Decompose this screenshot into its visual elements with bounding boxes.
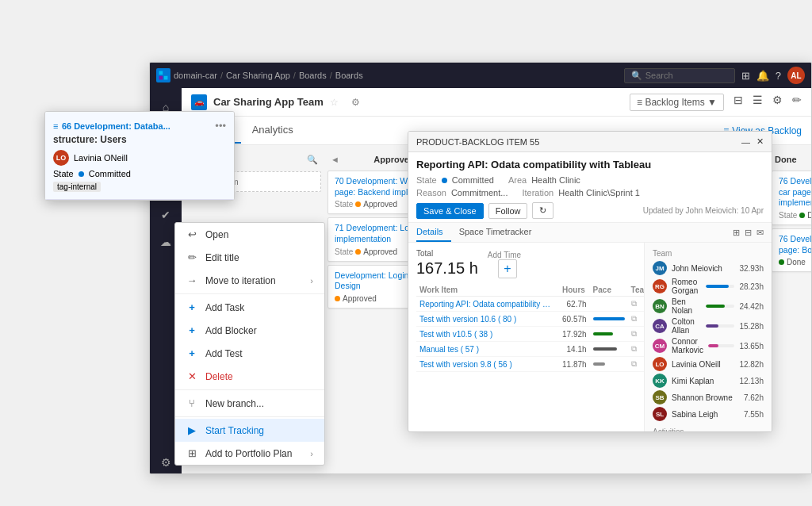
work-hours-4: 14.1h [559, 342, 590, 357]
hours-ben: 24.42h [739, 302, 764, 311]
copy-icon-5[interactable]: ⧉ [631, 359, 637, 368]
copy-icon-1[interactable]: ⧉ [631, 299, 637, 308]
edit-icon[interactable]: ✏ [792, 94, 802, 111]
top-bar-icons: ⊞ 🔔 ? AL [741, 67, 805, 84]
breadcrumb: domain-car / Car Sharing App / Boards / … [174, 71, 621, 80]
add-test-icon: + [186, 347, 197, 359]
tab-details[interactable]: Details [416, 223, 451, 242]
menu-open[interactable]: ↩ Open [175, 223, 324, 246]
card-76a-state: State Done [779, 211, 811, 220]
move-iteration-icon: → [186, 274, 197, 286]
avatar-romeo: RG [653, 279, 667, 293]
detail-meta-state: State Committed Area Health Clinic [408, 174, 772, 186]
svg-rect-2 [159, 76, 163, 80]
work-row-3[interactable]: Test with v10.5 ( 38 ) 17.92h ⧉ [416, 327, 645, 342]
work-row-5[interactable]: Test with version 9.8 ( 56 ) 11.87h ⧉ [416, 357, 645, 372]
team-settings-icon[interactable]: ⚙ [351, 97, 360, 108]
tab-analytics[interactable]: Analytics [241, 117, 304, 144]
search-box[interactable]: 🔍 [624, 68, 735, 83]
menu-add-task[interactable]: + Add Task [175, 296, 324, 319]
name-shannon: Shannon Browne [672, 393, 739, 402]
work-team-4: ⧉ [628, 342, 645, 357]
col-arrows-approved[interactable]: ◄ [331, 155, 339, 164]
project-icon: 🚗 [191, 94, 207, 110]
project-header: 🚗 Car Sharing App Team ☆ ⚙ ≡ Backlog Ite… [182, 88, 811, 117]
add-time-label: Add Time [488, 251, 521, 259]
svg-rect-0 [159, 71, 163, 75]
save-close-btn[interactable]: Save & Close [416, 203, 484, 219]
search-in-col-icon[interactable]: 🔍 [307, 155, 318, 165]
refresh-btn[interactable]: ↻ [532, 202, 553, 219]
activities-label: Activities [653, 427, 764, 431]
work-row-1[interactable]: Reporting API: Odata compatibility with … [416, 297, 645, 312]
work-row-2[interactable]: Test with version 10.6 ( 80 ) 60.57h ⧉ [416, 312, 645, 327]
breadcrumb-boards[interactable]: Boards [299, 71, 327, 80]
add-time-btn[interactable]: + [498, 259, 517, 278]
help-icon[interactable]: ? [776, 70, 781, 82]
star-icon[interactable]: ☆ [330, 97, 339, 108]
tab-timetracker[interactable]: Space Timetracker [451, 223, 540, 242]
context-card-icon: ≡ [53, 121, 58, 131]
grid-icon[interactable]: ⊞ [741, 70, 750, 82]
branch-icon: ⑂ [186, 397, 197, 409]
avatar-shannon: SB [653, 390, 667, 404]
avatar-sabina: SL [653, 407, 667, 421]
menu-new-branch[interactable]: ⑂ New branch... [175, 392, 324, 415]
breadcrumb-app[interactable]: Car Sharing App [226, 71, 290, 80]
state-value-approved: Approved [363, 200, 397, 209]
menu-edit-title[interactable]: ✏ Edit title [175, 246, 324, 269]
search-input[interactable] [645, 71, 728, 80]
work-pace-4 [590, 342, 628, 357]
menu-add-blocker[interactable]: + Add Blocker [175, 319, 324, 342]
copy-icon-3[interactable]: ⧉ [631, 329, 637, 338]
name-sabina: Sabina Leigh [672, 410, 739, 419]
reason-value: Commitment... [451, 188, 508, 197]
state-value-ctx: Committed [89, 169, 131, 178]
tab-icon-3[interactable]: ✉ [756, 228, 764, 238]
copy-icon-2[interactable]: ⧉ [631, 314, 637, 323]
state-dot-2 [355, 249, 361, 255]
work-name-3: Test with v10.5 ( 38 ) [416, 327, 559, 342]
work-pace-2 [590, 312, 628, 327]
detail-title-actions: — ✕ [741, 136, 764, 147]
menu-add-test[interactable]: + Add Test [175, 342, 324, 365]
menu-start-tracking-label: Start Tracking [205, 425, 264, 436]
settings-icon[interactable]: ⚙ [772, 94, 783, 111]
close-icon[interactable]: ✕ [756, 136, 764, 147]
hours-john: 32.93h [739, 264, 764, 273]
minimize-icon[interactable]: — [741, 137, 750, 147]
column-done: Done ► 76 Development: Can list Single c… [772, 151, 811, 467]
menu-move-iteration[interactable]: → Move to iteration › [175, 269, 324, 292]
card-76a[interactable]: 76 Development: Can list Single car page… [772, 171, 811, 225]
breadcrumb-boards2[interactable]: Boards [335, 71, 363, 80]
context-card-title: structure: Users [53, 134, 226, 145]
tab-icon-1[interactable]: ⊞ [733, 228, 740, 238]
menu-start-tracking[interactable]: ▶ Start Tracking [175, 419, 324, 442]
hours-sabina: 7.55h [744, 410, 764, 419]
work-row-4[interactable]: Manual tes ( 57 ) 14.1h ⧉ [416, 342, 645, 357]
user-avatar[interactable]: AL [787, 67, 805, 84]
work-pace-1 [590, 297, 628, 312]
context-card-more-icon[interactable]: ••• [215, 120, 226, 132]
view-options-icon[interactable]: ☰ [753, 94, 763, 111]
backlog-items-btn[interactable]: ≡ Backlog Items ▼ [630, 94, 724, 111]
col-hours: Hours [559, 284, 590, 297]
state-dot-3 [335, 296, 340, 301]
tab-icon-2[interactable]: ⊟ [745, 228, 752, 238]
card-76b[interactable]: 76 Development: Single car page: Booking… [772, 228, 811, 272]
bar-colton [706, 324, 735, 328]
filter-icon[interactable]: ⊟ [733, 94, 743, 111]
follow-btn[interactable]: Follow [488, 203, 528, 219]
copy-icon-4[interactable]: ⧉ [631, 344, 637, 353]
breadcrumb-domain[interactable]: domain-car [174, 71, 217, 80]
work-hours-2: 60.57h [559, 312, 590, 327]
menu-sep-2 [175, 389, 324, 390]
menu-add-portfolio[interactable]: ⊞ Add to Portfolio Plan › [175, 442, 324, 465]
team-ben: BN Ben Nolan 24.42h [653, 297, 764, 315]
menu-delete[interactable]: ✕ Delete [175, 365, 324, 388]
menu-sep-3 [175, 416, 324, 417]
top-bar: domain-car / Car Sharing App / Boards / … [150, 63, 811, 88]
state-label-2: State [335, 247, 353, 256]
bell-icon[interactable]: 🔔 [756, 70, 769, 82]
work-hours-5: 11.87h [559, 357, 590, 372]
